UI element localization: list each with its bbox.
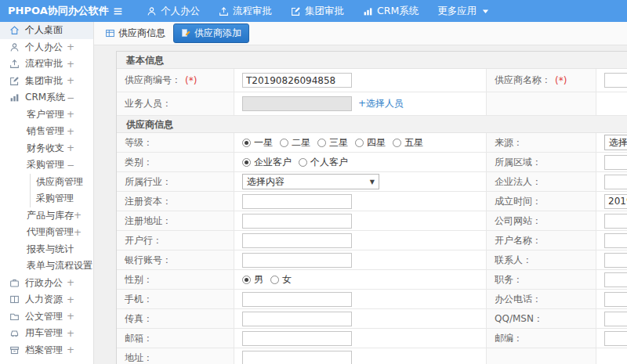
expand-toggle[interactable]: +	[74, 227, 94, 238]
sidebar-item-2[interactable]: 流程审批+	[0, 56, 93, 73]
text-input[interactable]	[242, 96, 352, 111]
radio-button[interactable]	[393, 139, 401, 147]
text-input[interactable]	[242, 292, 352, 307]
field-label: 公司网站：	[495, 214, 542, 228]
expand-toggle[interactable]: +	[74, 210, 94, 221]
radio-option[interactable]: 五星	[393, 136, 423, 150]
radio-button[interactable]	[242, 158, 251, 167]
topnav-item-3[interactable]: CRM系统	[363, 5, 419, 18]
select-dropdown[interactable]: 选择内容▼	[242, 174, 379, 189]
text-input[interactable]	[604, 155, 627, 170]
text-input[interactable]	[604, 292, 627, 307]
expand-toggle[interactable]: +	[67, 126, 93, 137]
sidebar-item-7[interactable]: 财务收支+	[0, 140, 93, 157]
form-label-cell: 等级：	[117, 133, 234, 153]
briefcase-icon	[9, 278, 20, 288]
sidebar-item-15[interactable]: 行政办公+	[0, 275, 93, 292]
text-input[interactable]	[604, 233, 627, 248]
text-input[interactable]	[604, 331, 627, 346]
expand-toggle[interactable]: +	[67, 59, 93, 70]
sidebar-item-3[interactable]: 集团审批+	[0, 73, 93, 90]
topnav-item-0[interactable]: 个人办公	[147, 5, 200, 18]
form-row: 开户行：开户名称：	[117, 231, 627, 250]
expand-toggle[interactable]: +	[67, 277, 93, 288]
text-input[interactable]	[604, 214, 627, 229]
field-label: 成立时间：	[495, 195, 542, 208]
expand-toggle[interactable]: +	[67, 311, 93, 322]
sidebar-item-8[interactable]: 采购管理−	[0, 157, 93, 174]
expand-toggle[interactable]: −	[67, 92, 93, 103]
text-input[interactable]	[242, 214, 352, 229]
hamburger-icon[interactable]	[113, 6, 123, 16]
topnav-item-1[interactable]: 流程审批	[219, 5, 272, 18]
edit-doc-icon	[181, 28, 191, 38]
tab-supplier-info[interactable]: 供应商信息	[105, 27, 165, 40]
sidebar-item-14[interactable]: 表单与流程设置+	[0, 258, 93, 275]
sidebar-item-1[interactable]: 个人办公+	[0, 39, 93, 56]
text-input[interactable]	[604, 272, 627, 287]
chart-icon	[363, 6, 373, 16]
text-input[interactable]	[604, 194, 627, 209]
radio-option[interactable]: 企业客户	[242, 156, 292, 169]
radio-button[interactable]	[242, 276, 251, 284]
radio-option[interactable]: 男	[242, 273, 263, 287]
text-input[interactable]	[604, 253, 627, 268]
sidebar-item-label: 报表与统计	[27, 243, 74, 256]
expand-toggle[interactable]: +	[67, 75, 93, 86]
expand-toggle[interactable]: +	[67, 328, 93, 339]
select-value: 选择内容	[609, 136, 627, 150]
expand-toggle[interactable]: +	[67, 41, 93, 52]
radio-option[interactable]: 二星	[280, 136, 310, 150]
sidebar-item-10[interactable]: 采购管理	[0, 190, 93, 207]
select-dropdown[interactable]: 选择内容▼	[604, 135, 627, 150]
sidebar-item-5[interactable]: 客户管理+	[0, 106, 93, 124]
expand-toggle[interactable]: +	[67, 344, 93, 355]
sidebar-item-0[interactable]: 个人桌面	[0, 22, 93, 39]
chart-icon	[9, 92, 20, 103]
text-input[interactable]	[604, 312, 627, 326]
select-person-link[interactable]: +选择人员	[358, 97, 404, 110]
text-input[interactable]	[242, 73, 352, 88]
radio-button[interactable]	[355, 139, 364, 147]
topnav-item-4[interactable]: 更多应用	[437, 5, 491, 18]
text-input[interactable]	[242, 312, 352, 326]
expand-toggle[interactable]: +	[67, 109, 93, 120]
radio-button[interactable]	[317, 139, 326, 147]
text-input[interactable]	[242, 233, 352, 248]
sidebar-item-11[interactable]: 产品与库存+	[0, 207, 93, 225]
radio-option[interactable]: 一星	[242, 136, 273, 150]
sidebar-item-17[interactable]: 公文管理+	[0, 308, 93, 326]
radio-option[interactable]: 个人客户	[299, 156, 348, 169]
sidebar-item-18[interactable]: 用车管理+	[0, 325, 93, 342]
sidebar-item-label: 表单与流程设置	[27, 259, 92, 272]
expand-toggle[interactable]: +	[67, 294, 93, 305]
expand-toggle[interactable]: −	[67, 160, 93, 171]
text-input[interactable]	[604, 73, 627, 88]
text-input[interactable]	[242, 351, 352, 364]
sidebar-item-4[interactable]: CRM系统−	[0, 89, 93, 106]
sidebar-item-6[interactable]: 销售管理+	[0, 123, 93, 140]
radio-option[interactable]: 女	[270, 273, 292, 287]
sidebar-item-19[interactable]: 档案管理+	[0, 342, 93, 359]
text-input[interactable]	[242, 194, 352, 209]
form-label-cell: 所属区域：	[487, 153, 596, 172]
text-input[interactable]	[242, 253, 352, 268]
expand-toggle[interactable]: +	[67, 142, 93, 153]
radio-option[interactable]: 三星	[317, 136, 348, 150]
radio-button[interactable]	[299, 158, 307, 167]
topnav-item-2[interactable]: 集团审批	[291, 5, 344, 18]
radio-option[interactable]: 四星	[355, 136, 386, 150]
sidebar-item-12[interactable]: 代理商管理+	[0, 224, 93, 241]
text-input[interactable]	[604, 175, 627, 189]
sidebar-item-9[interactable]: 供应商管理	[0, 174, 93, 191]
tab-supplier-add[interactable]: 供应商添加	[173, 23, 249, 43]
sidebar-item-16[interactable]: 人力资源+	[0, 291, 93, 308]
radio-button[interactable]	[280, 139, 288, 147]
radio-button[interactable]	[242, 139, 251, 147]
radio-button[interactable]	[270, 276, 279, 284]
text-input[interactable]	[242, 331, 352, 346]
sidebar: 个人桌面个人办公+流程审批+集团审批+CRM系统−客户管理+销售管理+财务收支+…	[0, 22, 94, 364]
radio-label: 一星	[254, 136, 273, 150]
main-content: 供应商信息 供应商添加 基本信息供应商编号：(*)供应商名称：(*)业务人员：+…	[94, 22, 627, 364]
sidebar-item-13[interactable]: 报表与统计	[0, 241, 93, 258]
